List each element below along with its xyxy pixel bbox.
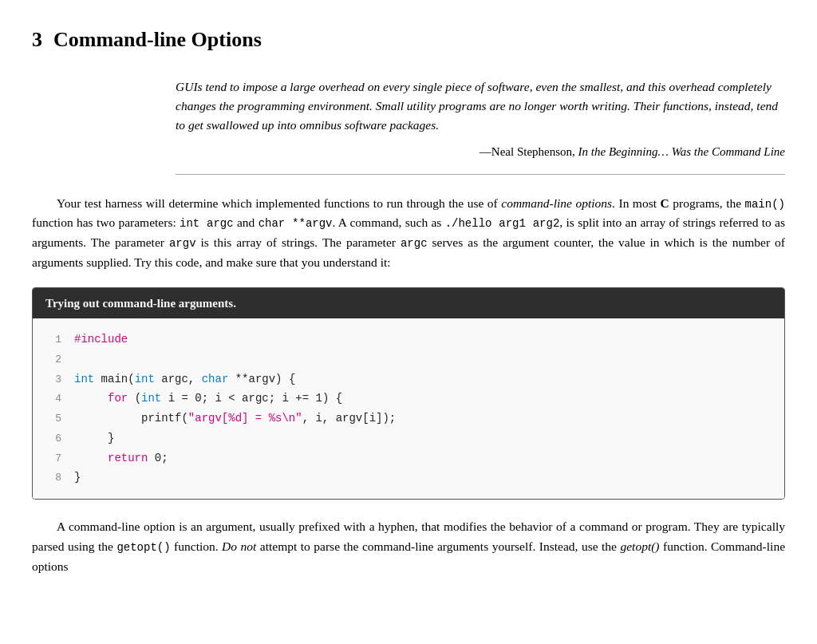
code-line: 3 int main(int argc, char **argv) { [44,369,768,389]
body-paragraph-1: Your test harness will determine which i… [32,194,785,273]
epigraph: GUIs tend to impose a large overhead on … [176,77,785,175]
code-content: int main(int argc, char **argv) { [74,369,295,389]
code-box-body: 1 #include 2 3 int main(int argc, char *… [33,318,784,499]
chapter-title: 3 Command-line Options [32,24,785,55]
code-box: Trying out command-line arguments. 1 #in… [32,287,785,500]
code-line: 7 return 0; [44,448,768,468]
code-content [74,350,81,369]
line-number: 7 [44,450,61,468]
code-content: } [74,429,114,448]
code-line: 2 [44,350,768,369]
code-line: 1 #include [44,330,768,350]
code-line: 6 } [44,429,768,448]
code-content: for (int i = 0; i < argc; i += 1) { [74,389,342,409]
code-line: 8 } [44,468,768,488]
code-content: printf("argv[%d] = %s\n", i, argv[i]); [74,409,396,429]
code-content: return 0; [74,448,168,468]
epigraph-attribution-work: In the Beginning… Was the Command Line [578,145,785,158]
code-content: #include [74,330,135,350]
chapter-number: 3 [32,24,42,55]
page-content: 3 Command-line Options GUIs tend to impo… [32,24,785,577]
line-number: 8 [44,469,61,488]
epigraph-attribution-dash: —Neal Stephenson, [480,145,575,158]
code-box-title: Trying out command-line arguments. [45,297,236,310]
code-line: 5 printf("argv[%d] = %s\n", i, argv[i]); [44,409,768,429]
line-number: 3 [44,371,61,389]
line-number: 4 [44,390,61,409]
code-box-header: Trying out command-line arguments. [33,288,784,319]
line-number: 5 [44,410,61,429]
chapter-title-text: Command-line Options [53,24,262,55]
line-number: 1 [44,331,61,350]
code-line: 4 for (int i = 0; i < argc; i += 1) { [44,389,768,409]
line-number: 2 [44,351,61,369]
epigraph-text: GUIs tend to impose a large overhead on … [176,77,785,135]
line-number: 6 [44,430,61,448]
code-content: } [74,468,81,488]
body-paragraph-2: A command-line option is an argument, us… [32,517,785,576]
epigraph-attribution: —Neal Stephenson, In the Beginning… Was … [176,143,785,161]
